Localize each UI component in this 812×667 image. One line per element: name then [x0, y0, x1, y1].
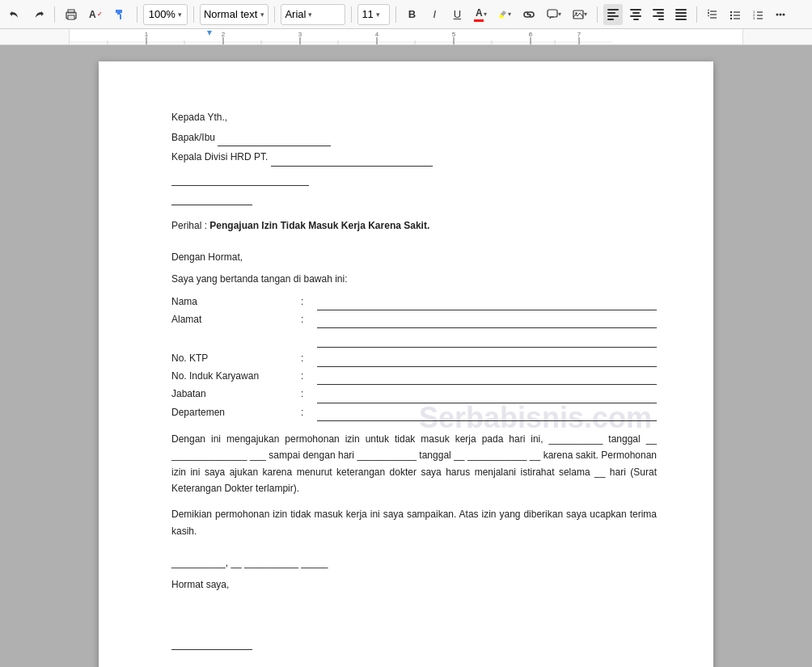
- italic-button[interactable]: I: [425, 4, 444, 25]
- divider-1: [54, 6, 55, 23]
- closing-text: Hormat saya,: [171, 579, 229, 590]
- fontsize-chevron: ▾: [376, 11, 380, 19]
- image-chevron: ▾: [584, 11, 587, 18]
- underline-button[interactable]: U: [447, 4, 467, 25]
- recipient-title-line: Kepala Divisi HRD PT.: [171, 150, 657, 166]
- comment-button[interactable]: ▾: [543, 4, 565, 25]
- zoom-chevron: ▾: [178, 11, 182, 19]
- body-paragraph-2: Demikian permohonan izin tidak masuk ker…: [171, 506, 657, 539]
- value-nama: [317, 294, 657, 310]
- greeting-text: Kepada Yth.,: [171, 112, 227, 123]
- value-noktp: [317, 351, 657, 367]
- redo-button[interactable]: [27, 4, 49, 25]
- highlight-button[interactable]: ▾: [494, 4, 515, 25]
- undo-button[interactable]: [5, 4, 26, 25]
- ruler-canvas: 1 2 3 4 5 6 7: [69, 29, 743, 44]
- align-center-button[interactable]: [626, 4, 645, 25]
- value-jabatan: [317, 386, 657, 403]
- signature-underline-area: [171, 634, 657, 650]
- opening-text: Dengan Hormat,: [171, 251, 243, 263]
- divider-8: [696, 6, 697, 23]
- address-field-1: [171, 170, 309, 186]
- salutation-line: Bapak/Ibu: [171, 130, 657, 146]
- zoom-select[interactable]: 100% ▾: [143, 4, 188, 25]
- svg-text:2: 2: [222, 31, 226, 38]
- intro-text: Saya yang bertanda tangan di bawah ini:: [171, 273, 348, 285]
- fontsize-label: 11: [362, 8, 373, 20]
- field-noktp: No. KTP :: [171, 351, 657, 367]
- svg-text:1: 1: [145, 31, 149, 38]
- divider-2: [137, 6, 137, 23]
- more-options-button[interactable]: [771, 4, 790, 25]
- field-nama: Nama :: [171, 294, 657, 310]
- svg-rect-6: [548, 10, 557, 17]
- divider-7: [597, 6, 598, 23]
- align-right-button[interactable]: [649, 4, 668, 25]
- style-label: Normal text: [204, 8, 257, 20]
- value-departemen: [317, 405, 657, 421]
- svg-text:3: 3: [298, 31, 302, 38]
- place-date-line: __________, __ __________ _____: [171, 555, 657, 571]
- greeting-line: Kepada Yth.,: [171, 110, 657, 125]
- bullet-list-button[interactable]: [725, 4, 745, 25]
- paint-format-button[interactable]: [110, 4, 131, 25]
- svg-point-26: [783, 13, 785, 15]
- insert-chevron: ▾: [558, 11, 561, 18]
- label-nama: Nama: [171, 294, 301, 310]
- svg-point-8: [576, 12, 577, 14]
- signature-block: __________, __ __________ _____ Hormat s…: [171, 555, 657, 650]
- align-left-icon: [607, 9, 619, 20]
- perihal-line: Perihal : Pengajuan Izin Tidak Masuk Ker…: [171, 218, 657, 234]
- image-button[interactable]: ▾: [569, 4, 591, 25]
- divider-6: [395, 6, 396, 23]
- address-line-2: [171, 189, 657, 205]
- colon-noktp: :: [301, 351, 317, 366]
- divider-4: [274, 6, 275, 23]
- toolbar: A ✓ 100% ▾ Normal text ▾ Arial ▾ 11 ▾ B …: [0, 0, 812, 29]
- svg-point-24: [776, 13, 779, 15]
- intro-line: Saya yang bertanda tangan di bawah ini:: [171, 272, 657, 287]
- zoom-value: 100%: [149, 8, 176, 20]
- link-button[interactable]: [518, 4, 539, 25]
- field-alamat: Alamat :: [171, 312, 657, 348]
- label-departemen: Departemen: [171, 405, 301, 420]
- salutation-text: Bapak/Ibu: [171, 132, 215, 143]
- content-area: Serbabisnis.com Kepada Yth., Bapak/Ibu K…: [0, 45, 812, 667]
- spelling-button[interactable]: A ✓: [85, 4, 107, 25]
- svg-text:4: 4: [375, 31, 379, 38]
- salutation-field: [218, 130, 331, 146]
- align-left-button[interactable]: [603, 4, 623, 25]
- svg-point-25: [780, 13, 782, 15]
- label-alamat: Alamat: [171, 312, 301, 327]
- label-jabatan: Jabatan: [171, 386, 301, 402]
- ruler-left-margin: [0, 29, 69, 44]
- align-right-icon: [653, 9, 664, 20]
- numbered-list-button[interactable]: 1. 2. 3.: [748, 4, 768, 25]
- justify-button[interactable]: [671, 4, 691, 25]
- bold-button[interactable]: B: [402, 4, 421, 25]
- colon-departemen: :: [301, 405, 317, 420]
- font-label: Arial: [285, 8, 306, 20]
- fontsize-select[interactable]: 11 ▾: [357, 4, 390, 25]
- print-button[interactable]: [61, 4, 82, 25]
- signature-field: [171, 634, 252, 650]
- recipient-title-text: Kepala Divisi HRD PT.: [171, 151, 268, 163]
- document-content: Kepada Yth., Bapak/Ibu Kepala Divisi HRD…: [171, 110, 657, 650]
- text-color-button[interactable]: A ▾: [470, 4, 491, 25]
- field-jabatan: Jabatan :: [171, 386, 657, 403]
- field-departemen: Departemen :: [171, 405, 657, 421]
- line-spacing-button[interactable]: [703, 4, 722, 25]
- align-center-icon: [630, 9, 641, 20]
- highlight-chevron: ▾: [508, 11, 511, 18]
- svg-rect-3: [69, 17, 74, 18]
- font-select[interactable]: Arial ▾: [281, 4, 345, 25]
- justify-icon: [675, 9, 687, 20]
- address-field-2: [171, 189, 252, 205]
- perihal-bold: Pengajuan Izin Tidak Masuk Kerja Karena …: [209, 220, 429, 231]
- colon-jabatan: :: [301, 386, 317, 402]
- label-noktp: No. KTP: [171, 351, 301, 366]
- undo-redo-group: [5, 4, 49, 25]
- svg-rect-4: [120, 15, 121, 19]
- style-select[interactable]: Normal text ▾: [200, 4, 269, 25]
- font-chevron: ▾: [308, 11, 312, 19]
